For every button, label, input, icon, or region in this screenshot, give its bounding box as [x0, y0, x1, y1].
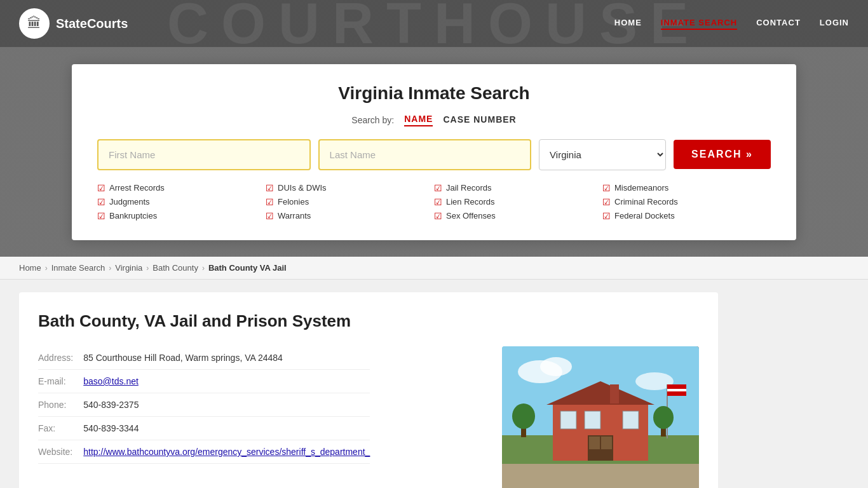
svg-rect-10 — [589, 437, 600, 449]
checkbox-sex-offenses: ☑ Sex Offenses — [434, 211, 602, 221]
check-icon: ☑ — [97, 211, 105, 221]
check-icon: ☑ — [434, 183, 442, 193]
svg-rect-8 — [610, 384, 619, 403]
check-icon: ☑ — [97, 197, 105, 207]
svg-point-19 — [512, 403, 535, 429]
breadcrumb-bath-county[interactable]: Bath County — [153, 263, 198, 273]
checkbox-federal-dockets: ☑ Federal Dockets — [602, 211, 771, 221]
checkbox-misdemeanors: ☑ Misdemeanors — [602, 183, 771, 193]
breadcrumb-virginia[interactable]: Virginia — [115, 263, 142, 273]
state-select[interactable]: Virginia Alabama Alaska Arizona Arkansas… — [539, 139, 666, 170]
logo-area[interactable]: 🏛 StateCourts — [19, 8, 128, 39]
main-content: Bath County, VA Jail and Prison System A… — [0, 280, 868, 488]
address-value: 85 Courthouse Hill Road, Warm springs, V… — [83, 346, 370, 370]
email-link[interactable]: baso@tds.net — [83, 376, 139, 386]
address-label: Address: — [38, 346, 83, 370]
main-nav: HOME INMATE SEARCH CONTACT LOGIN — [614, 18, 849, 30]
search-button[interactable]: SEARCH » — [674, 140, 771, 169]
checkbox-warrants: ☑ Warrants — [266, 211, 434, 221]
image-side — [502, 346, 699, 488]
check-icon: ☑ — [97, 183, 105, 193]
search-title: Virginia Inmate Search — [97, 83, 771, 104]
nav-home[interactable]: HOME — [614, 18, 642, 30]
website-label: Website: — [38, 440, 83, 464]
site-header: COURTHOUSE 🏛 StateCourts HOME INMATE SEA… — [0, 0, 868, 47]
email-label: E-mail: — [38, 370, 83, 393]
checkbox-bankruptcies: ☑ Bankruptcies — [97, 211, 266, 221]
website-link[interactable]: http://www.bathcountyva.org/emergency_se… — [83, 447, 370, 457]
checkbox-lien-records: ☑ Lien Records — [434, 197, 602, 207]
first-name-input[interactable] — [97, 139, 311, 170]
check-icon: ☑ — [602, 211, 611, 221]
phone-value: 540-839-2375 — [83, 393, 370, 417]
breadcrumb-sep: › — [146, 264, 149, 273]
breadcrumb-home[interactable]: Home — [19, 263, 41, 273]
breadcrumb-sep: › — [109, 264, 111, 273]
checkbox-label: Warrants — [278, 211, 311, 220]
check-icon: ☑ — [434, 197, 442, 207]
email-value: baso@tds.net — [83, 370, 370, 393]
checkbox-felonies: ☑ Felonies — [266, 197, 434, 207]
phone-label: Phone: — [38, 393, 83, 417]
svg-rect-17 — [667, 389, 686, 391]
nav-login[interactable]: LOGIN — [820, 18, 849, 30]
breadcrumb-sep: › — [202, 264, 205, 273]
check-icon: ☑ — [266, 211, 274, 221]
website-value: http://www.bathcountyva.org/emergency_se… — [83, 440, 370, 464]
fax-label: Fax: — [38, 417, 83, 440]
svg-rect-11 — [601, 437, 612, 449]
checkbox-arrest-records: ☑ Arrest Records — [97, 183, 266, 193]
breadcrumb: Home › Inmate Search › Virginia › Bath C… — [0, 257, 868, 280]
svg-rect-5 — [502, 464, 699, 488]
tab-name[interactable]: NAME — [404, 114, 433, 126]
checkbox-label: Federal Dockets — [614, 211, 675, 220]
breadcrumb-sep: › — [45, 264, 48, 273]
info-side: Address: 85 Courthouse Hill Road, Warm s… — [38, 346, 483, 464]
jail-title: Bath County, VA Jail and Prison System — [38, 311, 699, 331]
svg-point-21 — [653, 406, 674, 429]
nav-inmate-search[interactable]: INMATE SEARCH — [661, 18, 737, 30]
checkbox-label: Sex Offenses — [446, 211, 496, 220]
svg-rect-14 — [623, 411, 639, 429]
breadcrumb-inmate-search[interactable]: Inmate Search — [51, 263, 105, 273]
checkbox-label: Bankruptcies — [109, 211, 157, 220]
checkbox-label: Lien Records — [446, 197, 495, 207]
check-icon: ☑ — [602, 183, 611, 193]
fax-value: 540-839-3344 — [83, 417, 370, 440]
website-row: Website: http://www.bathcountyva.org/eme… — [38, 440, 370, 464]
checkboxes-grid: ☑ Arrest Records ☑ DUIs & DWIs ☑ Jail Re… — [97, 183, 771, 221]
content-card: Bath County, VA Jail and Prison System A… — [19, 292, 718, 488]
svg-rect-13 — [585, 411, 600, 429]
search-card: Virginia Inmate Search Search by: NAME C… — [72, 64, 796, 240]
content-layout: Address: 85 Courthouse Hill Road, Warm s… — [38, 346, 699, 488]
nav-contact[interactable]: CONTACT — [756, 18, 801, 30]
info-table: Address: 85 Courthouse Hill Road, Warm s… — [38, 346, 370, 464]
checkbox-label: Felonies — [278, 197, 309, 207]
checkbox-label: Judgments — [109, 197, 150, 207]
search-by-label: Search by: — [351, 115, 394, 125]
checkbox-label: Criminal Records — [614, 197, 678, 207]
checkbox-label: Arrest Records — [109, 183, 165, 193]
jail-image — [502, 346, 699, 488]
checkbox-duis: ☑ DUIs & DWIs — [266, 183, 434, 193]
address-row: Address: 85 Courthouse Hill Road, Warm s… — [38, 346, 370, 370]
checkbox-criminal-records: ☑ Criminal Records — [602, 197, 771, 207]
svg-rect-12 — [560, 411, 576, 429]
jail-illustration — [502, 346, 699, 488]
check-icon: ☑ — [434, 211, 442, 221]
fax-row: Fax: 540-839-3344 — [38, 417, 370, 440]
email-row: E-mail: baso@tds.net — [38, 370, 370, 393]
check-icon: ☑ — [602, 197, 611, 207]
search-by-row: Search by: NAME CASE NUMBER — [97, 114, 771, 126]
checkbox-label: DUIs & DWIs — [278, 183, 327, 193]
phone-row: Phone: 540-839-2375 — [38, 393, 370, 417]
checkbox-label: Jail Records — [446, 183, 492, 193]
check-icon: ☑ — [266, 197, 274, 207]
last-name-input[interactable] — [318, 139, 532, 170]
checkbox-judgments: ☑ Judgments — [97, 197, 266, 207]
checkbox-label: Misdemeanors — [614, 183, 668, 193]
svg-point-2 — [540, 357, 572, 376]
tab-case-number[interactable]: CASE NUMBER — [443, 114, 516, 126]
check-icon: ☑ — [266, 183, 274, 193]
site-name: StateCourts — [56, 17, 128, 31]
